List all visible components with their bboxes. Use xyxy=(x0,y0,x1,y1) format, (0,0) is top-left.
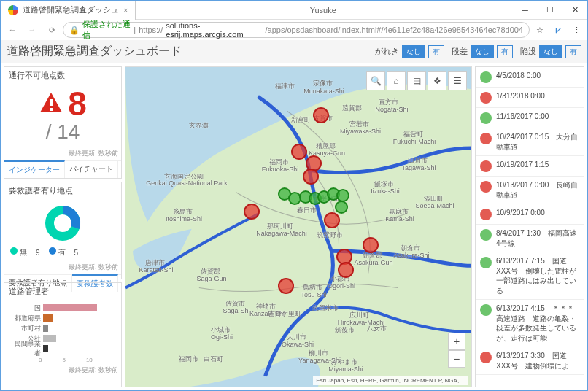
map-label: Saga-Shi xyxy=(223,307,249,314)
map-label: 筑後市 xyxy=(335,325,355,335)
back-button[interactable]: ← xyxy=(4,21,21,39)
maximize-button[interactable]: ☐ xyxy=(538,1,562,20)
map-point[interactable] xyxy=(291,144,307,160)
warning-icon xyxy=(39,90,63,115)
status-dot xyxy=(480,160,492,172)
map-label: Ogi-Shi xyxy=(211,333,233,341)
menu-icon[interactable]: ⋮ xyxy=(568,22,584,38)
zoom-out-button[interactable]: − xyxy=(448,350,465,368)
bar-row: 民間事業者 xyxy=(9,344,117,354)
map-label: Asakura-Shi xyxy=(393,252,429,259)
map-label: Miyama-Shi xyxy=(328,365,363,373)
event-item[interactable]: 11/16/2017 0:00 xyxy=(476,108,584,128)
donut-chart xyxy=(43,204,82,243)
map-point[interactable] xyxy=(303,169,319,185)
status-dot xyxy=(480,257,492,268)
map-label: 福津市 xyxy=(275,82,295,91)
map-label: 春日市 xyxy=(297,206,317,215)
map-point[interactable] xyxy=(313,107,329,123)
filter-sink-none[interactable]: なし xyxy=(539,45,562,58)
status-dot xyxy=(480,71,492,83)
map-label: Karatsu-Shi xyxy=(139,266,173,274)
url-input[interactable]: 🔒 保護された通信 | https://solutions-esrij.maps… xyxy=(63,22,530,38)
map-layers-icon[interactable]: ❖ xyxy=(428,71,446,90)
map-label: 福岡市 xyxy=(179,355,198,364)
forward-button[interactable]: → xyxy=(23,21,41,39)
map-label: Hirokawa-Machi xyxy=(338,319,385,326)
map-label: 新宮町 xyxy=(291,115,311,125)
status-dot xyxy=(480,133,492,144)
map-point[interactable] xyxy=(278,278,294,294)
event-item[interactable]: 4/5/2018 0:00 xyxy=(476,67,584,88)
map-point[interactable] xyxy=(335,201,348,214)
minimize-button[interactable]: ─ xyxy=(513,1,538,20)
browser-tab[interactable]: 道路啓開緊急調査ダッシュ × xyxy=(1,1,136,20)
reload-button[interactable]: ⟳ xyxy=(43,21,61,39)
event-item[interactable]: 6/13/2017 4:15 ＊＊＊高速道路 道路の亀裂・段差が多数発生している… xyxy=(476,300,584,347)
map-label: Miyawaka-Shi xyxy=(340,128,381,135)
indicator-value: 8 xyxy=(68,87,87,120)
map-label: 玄界灘 xyxy=(189,121,209,131)
map-label: Munakata-Shi xyxy=(303,88,344,95)
event-item[interactable]: 6/13/2017 7:15 国道XXX号 倒壊した電柱が一部道路にはみ出してい… xyxy=(476,252,584,300)
zoom-in-button[interactable]: + xyxy=(448,333,465,350)
status-dot xyxy=(480,92,492,104)
filter-step-yes[interactable]: 有 xyxy=(497,45,513,58)
close-tab-icon[interactable]: × xyxy=(123,6,128,15)
map-point[interactable] xyxy=(363,237,379,253)
managers-panel: 道路管理者 国都道府県市町村公社民間事業者 0510 最終更新: 数秒前 xyxy=(4,282,122,387)
status-dot xyxy=(480,112,492,124)
indicator-denom: / 14 xyxy=(4,120,121,147)
status-dot xyxy=(480,229,492,241)
event-item[interactable]: 1/31/2018 0:00 xyxy=(476,88,584,108)
event-item[interactable]: 10/13/2017 0:00 長崎自動車道 xyxy=(476,177,584,204)
filter-sink-yes[interactable]: 有 xyxy=(565,45,581,58)
tab-piechart[interactable]: パイチャート xyxy=(65,161,118,178)
map-label: 吉野ケ里町 xyxy=(268,309,301,319)
svg-rect-0 xyxy=(50,99,53,106)
event-item[interactable]: 6/13/2017 3:30 国道XXX号 建物倒壊によ xyxy=(476,347,584,375)
rescue-panel: 要救護者有り地点 無 9 有 5 最終更新: 数秒前 要救護者有り地点 要救護 xyxy=(4,182,122,279)
close-button[interactable]: ✕ xyxy=(562,1,587,20)
event-item[interactable]: 10/24/2017 0:15 大分自動車道 xyxy=(476,128,584,156)
map-label: 宗像市 xyxy=(313,79,333,88)
favicon-icon xyxy=(8,5,18,15)
event-item[interactable]: 10/9/2017 0:00 xyxy=(476,204,584,225)
bar-row: 市町村 xyxy=(9,323,117,333)
map-search-icon[interactable]: 🔍 xyxy=(366,71,385,90)
filter-debris-none[interactable]: なし xyxy=(402,45,425,58)
tab-indicator[interactable]: インジケーター xyxy=(4,160,65,178)
map-legend-icon[interactable]: ☰ xyxy=(448,71,467,90)
lock-icon: 🔒 xyxy=(69,26,80,35)
status-dot xyxy=(480,181,492,193)
bar-row: 都道府県 xyxy=(9,313,117,323)
map-label: Soeda-Machi xyxy=(415,202,454,209)
filter-step-none[interactable]: なし xyxy=(471,45,494,58)
window-titlebar: 道路啓開緊急調査ダッシュ × Yusuke ─ ☐ ✕ xyxy=(1,1,587,20)
map-label: Ogori-Shi xyxy=(328,282,355,290)
map-point[interactable] xyxy=(244,204,260,220)
map-label: Genkai Quasi-National Park xyxy=(146,179,228,187)
status-dot xyxy=(480,304,492,316)
map-home-icon[interactable]: ⌂ xyxy=(387,71,406,90)
event-item[interactable]: 8/4/2017 1:30 福岡高速4号線 xyxy=(476,225,584,252)
events-panel: 4/5/2018 0:001/31/2018 0:0011/16/2017 0:… xyxy=(475,66,584,387)
star-icon[interactable]: ☆ xyxy=(532,22,548,38)
tab-title: 道路啓開緊急調査ダッシュ xyxy=(23,4,119,15)
map-point[interactable] xyxy=(338,262,354,278)
status-dot xyxy=(480,352,492,363)
map-panel[interactable]: 福津市宗像市Munakata-Shi遠賀郡直方市Nogata-Shi新宮町古賀市… xyxy=(125,66,472,387)
filter-debris-yes[interactable]: 有 xyxy=(428,45,444,58)
map-label: Fukuchi-Machi xyxy=(393,138,436,145)
map-label: Iizuka-Shi xyxy=(371,187,400,195)
bar-row: 国 xyxy=(9,303,117,313)
ext-icon[interactable]: ⩗ xyxy=(550,22,566,38)
user-label: Yusuke xyxy=(310,6,336,15)
map-label: Asakura-Gun xyxy=(354,259,392,266)
map-label: Kama-Shi xyxy=(385,215,414,222)
map-label: 久留米市 xyxy=(312,303,339,313)
map-point[interactable] xyxy=(324,212,340,228)
event-item[interactable]: 10/19/2017 1:15 xyxy=(476,156,584,177)
map-basemap-icon[interactable]: ▤ xyxy=(407,71,426,90)
page-title: 道路啓開緊急調査ダッシュボード xyxy=(7,44,182,59)
